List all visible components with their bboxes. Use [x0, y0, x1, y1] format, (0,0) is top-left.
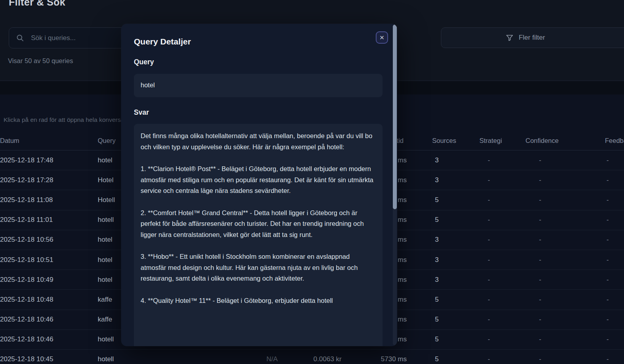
cell-confidence: - — [539, 296, 541, 304]
cell-strategi: - — [488, 256, 490, 264]
cell-feedback: - — [607, 296, 609, 304]
cell-query: Hotell — [98, 196, 115, 204]
cell-feedback: - — [607, 355, 609, 363]
cell-svarstid: ms — [398, 316, 407, 324]
cell-feedback: - — [607, 335, 609, 343]
query-value: hotel — [141, 81, 155, 89]
cell-strategi: - — [488, 355, 490, 363]
cell-datum: 2025-12-18 11:08 — [0, 196, 53, 204]
cell-feedback: - — [607, 276, 609, 284]
cell-sources: 5 — [435, 296, 439, 304]
cell-datum: 2025-12-18 10:56 — [0, 236, 53, 244]
svar-paragraph: Det finns många olika hotellalternativ a… — [141, 131, 376, 152]
cell-svarstid: 5730 ms — [381, 355, 407, 363]
cell-svarstid: ms — [398, 335, 407, 343]
cell-svarstid: ms — [398, 176, 407, 184]
svar-paragraph: 2. **Comfort Hotel™ Grand Central** - De… — [141, 208, 376, 241]
svar-value-box: Det finns många olika hotellalternativ a… — [134, 124, 383, 346]
cell-confidence: - — [539, 176, 541, 184]
cell-query: hotell — [98, 355, 114, 363]
cell-strategi: - — [488, 296, 490, 304]
cell-query: Hotel — [98, 176, 114, 184]
table-hint: Klicka på en rad för att öppna hela konv… — [4, 116, 141, 123]
cell-datum: 2025-12-18 10:49 — [0, 276, 53, 284]
cell-query: hotel — [98, 256, 112, 264]
cell-datum: 2025-12-18 10:46 — [0, 335, 53, 343]
table-row[interactable]: 2025-12-18 10:45 hotell N/A 0.0063 kr 57… — [0, 350, 624, 364]
cell-datum: 2025-12-18 11:01 — [0, 216, 53, 224]
cell-strategi: - — [488, 156, 490, 164]
query-value-box: hotel — [134, 74, 383, 97]
cell-svarstid: ms — [398, 196, 407, 204]
cell-svarstid: ms — [398, 296, 407, 304]
cell-query: hotel — [98, 156, 112, 164]
cell-svarstid: ms — [398, 216, 407, 224]
cell-confidence: - — [539, 256, 541, 264]
column-header-strategi: Strategi — [479, 137, 502, 144]
cell-sources: 5 — [435, 335, 439, 343]
cell-query: kaffe — [98, 296, 112, 304]
cell-confidence: - — [539, 316, 541, 324]
cell-confidence: - — [539, 236, 541, 244]
cell-strategi: - — [488, 236, 490, 244]
cell-strategi: - — [488, 316, 490, 324]
cell-sources: 5 — [435, 355, 439, 363]
close-button[interactable]: ✕ — [376, 31, 388, 44]
cell-query: kaffe — [98, 316, 112, 324]
results-count: Visar 50 av 50 queries — [8, 57, 73, 65]
cell-confidence: - — [539, 216, 541, 224]
svar-paragraph: 1. **Clarion Hotel® Post** - Beläget i G… — [141, 164, 376, 196]
cell-strategi: - — [488, 176, 490, 184]
column-header-query: Query — [98, 137, 116, 144]
cell-svarstid: ms — [398, 276, 407, 284]
cell-sources: 3 — [435, 236, 439, 244]
funnel-icon — [506, 34, 514, 42]
cell-confidence: - — [539, 355, 541, 363]
cell-feedback: - — [607, 256, 609, 264]
svar-section-label: Svar — [134, 108, 149, 117]
scrollbar-thumb[interactable] — [393, 25, 397, 209]
cell-strategi: - — [488, 196, 490, 204]
cell-query: hotell — [98, 216, 114, 224]
column-header-sources: Sources — [432, 137, 456, 144]
cell-feedback: - — [607, 176, 609, 184]
svar-paragraph: 3. **Hobo** - Ett unikt hotell i Stockho… — [141, 251, 376, 284]
cell-feedback: - — [607, 316, 609, 324]
cell-svarstid: ms — [398, 156, 407, 164]
cell-datum: 2025-12-18 17:48 — [0, 156, 53, 164]
cell-sources: 5 — [435, 216, 439, 224]
cell-sources: 5 — [435, 196, 439, 204]
cell-confidence: - — [539, 156, 541, 164]
cell-intent: N/A — [254, 355, 290, 363]
cell-query: hotell — [98, 335, 114, 343]
close-icon: ✕ — [379, 34, 384, 41]
column-header-feedback: Feedback — [605, 137, 624, 144]
cell-query: hotel — [98, 236, 112, 244]
more-filters-button[interactable]: Fler filter — [441, 27, 624, 48]
cell-confidence: - — [539, 196, 541, 204]
cell-datum: 2025-12-18 10:48 — [0, 296, 53, 304]
cell-datum: 2025-12-18 10:51 — [0, 256, 53, 264]
query-section-label: Query — [134, 58, 154, 66]
cell-confidence: - — [539, 276, 541, 284]
column-header-datum: Datum — [0, 137, 19, 144]
cell-feedback: - — [607, 216, 609, 224]
cell-sources: 3 — [435, 156, 439, 164]
cell-datum: 2025-12-18 10:46 — [0, 316, 53, 324]
modal-scrollbar[interactable] — [393, 25, 397, 345]
cell-sources: 3 — [435, 176, 439, 184]
search-icon — [16, 34, 24, 42]
query-details-modal: Query Detaljer ✕ Query hotel Svar Det fi… — [121, 24, 397, 346]
cell-cost: 0.0063 kr — [313, 355, 342, 363]
cell-datum: 2025-12-18 10:45 — [0, 355, 53, 363]
column-header-confidence: Confidence — [525, 137, 558, 144]
cell-sources: 3 — [435, 276, 439, 284]
page-title: Filter & Sök — [9, 0, 66, 8]
cell-strategi: - — [488, 216, 490, 224]
cell-strategi: - — [488, 335, 490, 343]
cell-svarstid: ms — [398, 236, 407, 244]
cell-confidence: - — [539, 335, 541, 343]
cell-datum: 2025-12-18 17:28 — [0, 176, 53, 184]
cell-feedback: - — [607, 156, 609, 164]
cell-sources: 5 — [435, 316, 439, 324]
